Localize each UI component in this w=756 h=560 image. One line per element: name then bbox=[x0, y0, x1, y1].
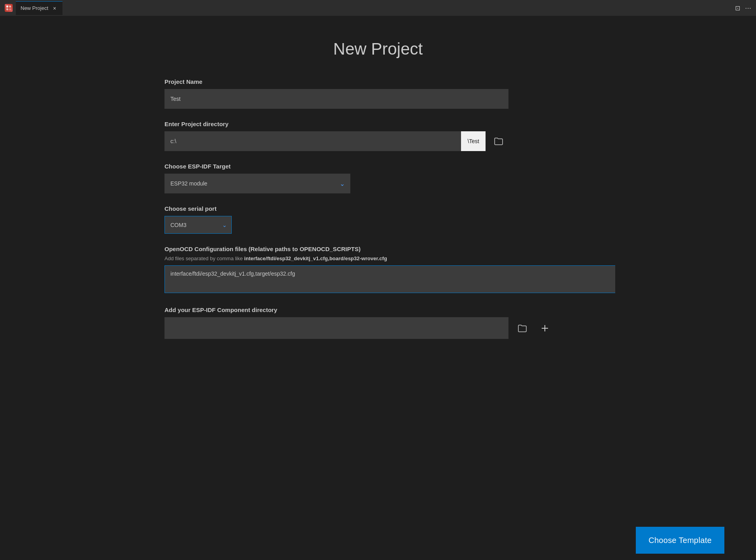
component-dir-input[interactable] bbox=[164, 317, 508, 339]
directory-row: \Test bbox=[164, 131, 508, 151]
choose-template-button[interactable]: Choose Template bbox=[636, 527, 724, 554]
esp-idf-target-section: Choose ESP-IDF Target ESP32 module ESP32… bbox=[164, 163, 592, 193]
svg-rect-0 bbox=[6, 6, 8, 8]
serial-port-section: Choose serial port COM3 COM1 COM2 COM4 ⌄ bbox=[164, 205, 592, 234]
svg-rect-2 bbox=[6, 8, 8, 10]
title-bar-left: New Project × bbox=[5, 1, 62, 15]
openocd-hint: Add files separated by comma like interf… bbox=[164, 255, 592, 261]
project-name-input[interactable] bbox=[164, 89, 508, 109]
serial-port-container: COM3 COM1 COM2 COM4 ⌄ bbox=[164, 216, 232, 234]
split-editor-icon[interactable]: ⊡ bbox=[735, 4, 740, 12]
title-bar: New Project × ⊡ ⋯ bbox=[0, 0, 756, 16]
svg-rect-3 bbox=[9, 8, 11, 10]
more-actions-icon[interactable]: ⋯ bbox=[745, 4, 751, 12]
project-dir-section: Enter Project directory \Test bbox=[164, 121, 592, 151]
project-name-label: Project Name bbox=[164, 78, 592, 85]
project-name-section: Project Name bbox=[164, 78, 592, 109]
component-dir-label: Add your ESP-IDF Component directory bbox=[164, 306, 592, 313]
active-tab[interactable]: New Project × bbox=[16, 1, 62, 15]
project-dir-label: Enter Project directory bbox=[164, 121, 592, 127]
esp-idf-target-container: ESP32 module ESP32-S2 ESP32-S3 ESP32-C3 … bbox=[164, 174, 350, 193]
component-add-button[interactable] bbox=[536, 319, 554, 337]
serial-port-select[interactable]: COM3 COM1 COM2 COM4 bbox=[164, 216, 232, 234]
footer-area: Choose Template bbox=[0, 520, 756, 560]
project-dir-input[interactable] bbox=[164, 131, 461, 151]
esp-idf-target-label: Choose ESP-IDF Target bbox=[164, 163, 592, 170]
esp-idf-target-select[interactable]: ESP32 module ESP32-S2 ESP32-S3 ESP32-C3 bbox=[164, 174, 350, 193]
svg-rect-1 bbox=[9, 6, 11, 8]
close-tab-icon[interactable]: × bbox=[51, 5, 58, 11]
title-bar-right: ⊡ ⋯ bbox=[735, 4, 751, 12]
component-dir-row bbox=[164, 317, 592, 339]
browse-dir-button[interactable] bbox=[489, 131, 508, 151]
serial-port-label: Choose serial port bbox=[164, 205, 592, 212]
component-folder-icon bbox=[517, 324, 527, 333]
directory-suffix: \Test bbox=[461, 131, 486, 151]
openocd-section: OpenOCD Configuration files (Relative pa… bbox=[164, 246, 592, 295]
folder-icon bbox=[494, 137, 503, 145]
openocd-label: OpenOCD Configuration files (Relative pa… bbox=[164, 246, 592, 252]
tab-label: New Project bbox=[21, 5, 48, 11]
main-content: New Project Project Name Enter Project d… bbox=[141, 16, 615, 560]
app-icon bbox=[5, 4, 13, 12]
component-browse-button[interactable] bbox=[513, 319, 531, 337]
page-title: New Project bbox=[164, 40, 592, 59]
plus-icon bbox=[541, 324, 549, 333]
openocd-hint-example: interface/ftdi/esp32_devkitj_v1.cfg,boar… bbox=[244, 255, 387, 261]
component-dir-section: Add your ESP-IDF Component directory bbox=[164, 306, 592, 339]
openocd-input[interactable]: interface/ftdi/esp32_devkitj_v1.cfg,targ… bbox=[164, 265, 615, 293]
